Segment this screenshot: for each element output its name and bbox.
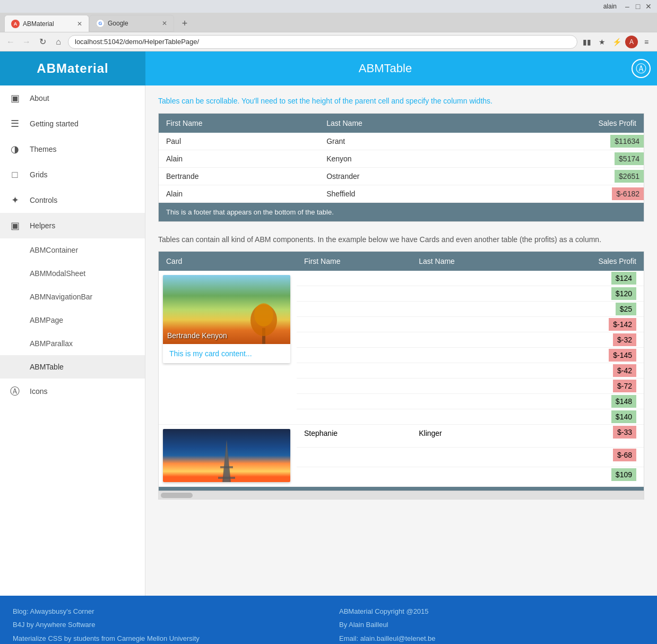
cell-profit: $-6182 — [478, 185, 644, 202]
minimize-button[interactable]: – — [623, 2, 632, 11]
table1: First Name Last Name Sales Profit PaulGr… — [159, 114, 644, 203]
tab-google[interactable]: G Google ✕ — [89, 15, 174, 32]
card2 — [163, 429, 290, 482]
refresh-button[interactable]: ↻ — [36, 36, 49, 48]
restore-button[interactable]: □ — [634, 2, 642, 11]
row6-profit: $-145 — [525, 348, 644, 363]
row5-profit: $-32 — [525, 332, 644, 348]
table-row: Bertrande Kenyon This is my card content… — [159, 271, 644, 286]
sidebar-item-controls[interactable]: ✦ Controls — [0, 187, 145, 213]
col2-lastname: Last Name — [411, 252, 525, 271]
row1-firstname — [297, 271, 411, 286]
table-row: Stephanie Klinger $-33 — [159, 425, 644, 447]
profile-icon[interactable]: A — [625, 36, 638, 48]
main-layout: ▣ About ☰ Getting started ◑ Themes □ Gri… — [0, 85, 657, 596]
menu-icon[interactable]: ≡ — [640, 36, 653, 48]
tab-abmaterial[interactable]: A ABMaterial ✕ — [4, 15, 89, 32]
table-row: PaulGrant$11634 — [159, 133, 644, 150]
horizontal-scrollbar[interactable] — [159, 491, 644, 499]
svg-point-2 — [254, 303, 273, 327]
cell-lastname: Ostrander — [319, 167, 478, 185]
close-button[interactable]: ✕ — [644, 2, 653, 11]
scrollbar-thumb — [161, 493, 193, 498]
user-avatar[interactable]: Ⓐ — [632, 59, 651, 78]
about-icon: ▣ — [8, 92, 21, 105]
sidebar-item-icons[interactable]: Ⓐ Icons — [0, 379, 145, 404]
tab-close-google[interactable]: ✕ — [162, 20, 167, 27]
footer-b4j: B4J by Anywhere Software — [13, 620, 318, 630]
cast-icon[interactable]: ▮▮ — [581, 36, 593, 48]
user-area[interactable]: Ⓐ — [625, 59, 657, 78]
footer: Blog: Alwaysbusy's Corner B4J by Anywher… — [0, 596, 657, 645]
row10-ln — [411, 409, 525, 425]
sidebar-subitem-abmnavigationbar[interactable]: ABMNavigationBar — [0, 285, 145, 308]
sidebar-item-grids[interactable]: □ Grids — [0, 162, 145, 187]
sidebar-subitem-abmparallax[interactable]: ABMParallax — [0, 332, 145, 355]
subitem-abmnavigationbar-label: ABMNavigationBar — [30, 293, 92, 301]
row8-ln — [411, 379, 525, 394]
tab-label-abmaterial: ABMaterial — [23, 20, 54, 28]
sidebar-subitem-abmpage[interactable]: ABMPage — [0, 308, 145, 332]
c2r2-profit: $-68 — [525, 447, 644, 467]
address-input[interactable] — [68, 35, 577, 49]
col-lastname: Last Name — [319, 114, 478, 133]
row10-fn — [297, 409, 411, 425]
eiffel-svg — [216, 440, 237, 482]
col-firstname: First Name — [159, 114, 319, 133]
cell-firstname: Alain — [159, 185, 319, 202]
row5-ln — [411, 332, 525, 348]
sidebar-item-getting-started[interactable]: ☰ Getting started — [0, 111, 145, 136]
c2r3-fn — [297, 467, 411, 486]
row7-profit: $-42 — [525, 363, 644, 379]
sidebar-subitem-abmcontainer[interactable]: ABMContainer — [0, 238, 145, 262]
col2-firstname: First Name — [297, 252, 411, 271]
row4-profit: $-142 — [525, 317, 644, 332]
subitem-abmtable-label: ABMTable — [30, 363, 64, 371]
sidebar-subitem-abmtable[interactable]: ABMTable — [0, 355, 145, 379]
row4-fn — [297, 317, 411, 332]
home-button[interactable]: ⌂ — [52, 36, 65, 48]
c2r2-fn — [297, 447, 411, 467]
sidebar-subitem-abmmodalsheet[interactable]: ABMModalSheet — [0, 262, 145, 285]
back-button[interactable]: ← — [4, 36, 17, 48]
table1-scroll[interactable]: First Name Last Name Sales Profit PaulGr… — [159, 114, 644, 221]
row3-fn — [297, 302, 411, 317]
tab-close-abmaterial[interactable]: ✕ — [77, 20, 82, 28]
table2: Card First Name Last Name Sales Profit — [159, 252, 644, 487]
sidebar-item-about-label: About — [30, 94, 49, 102]
c2r1-profit: $-33 — [525, 425, 644, 447]
footer-copyright: ABMaterial Copyright @2015 — [339, 606, 644, 617]
card2-firstname: Stephanie — [297, 425, 411, 447]
forward-button[interactable]: → — [20, 36, 33, 48]
sidebar-item-grids-label: Grids — [30, 170, 47, 179]
tree-svg — [248, 296, 280, 344]
lightning-icon[interactable]: ⚡ — [610, 36, 623, 48]
subitem-abmpage-label: ABMPage — [30, 316, 63, 324]
app: ABMaterial ABMTable Ⓐ ▣ About ☰ Getting … — [0, 51, 657, 644]
row7-ln — [411, 363, 525, 379]
brand-text: ABMaterial — [37, 61, 108, 76]
cell-lastname: Grant — [319, 133, 478, 150]
user-label: alain — [603, 3, 617, 10]
card1-name: Bertrande Kenyon — [167, 331, 227, 340]
sidebar-item-about[interactable]: ▣ About — [0, 85, 145, 111]
cell-profit: $5174 — [478, 150, 644, 167]
sidebar-item-getting-started-label: Getting started — [30, 119, 79, 128]
svg-rect-5 — [220, 466, 233, 468]
subitem-abmcontainer-label: ABMContainer — [30, 246, 78, 254]
bookmark-icon[interactable]: ★ — [595, 36, 608, 48]
card1-img-wrapper: Bertrande Kenyon — [163, 275, 290, 344]
sidebar-item-themes[interactable]: ◑ Themes — [0, 136, 145, 162]
controls-icon: ✦ — [8, 194, 21, 207]
row1-lastname — [411, 271, 525, 286]
row9-profit: $148 — [525, 394, 644, 409]
table2-scroll[interactable]: Card First Name Last Name Sales Profit — [159, 252, 644, 491]
table1-wrapper: First Name Last Name Sales Profit PaulGr… — [158, 113, 644, 222]
sidebar-item-helpers[interactable]: ▣ Helpers — [0, 213, 145, 238]
new-tab-button[interactable]: + — [174, 15, 195, 32]
row2-profit: $120 — [525, 286, 644, 302]
c2r3-profit: $109 — [525, 467, 644, 486]
footer-author: By Alain Bailleul — [339, 620, 644, 630]
sidebar-item-themes-label: Themes — [30, 145, 57, 153]
row6-ln — [411, 348, 525, 363]
